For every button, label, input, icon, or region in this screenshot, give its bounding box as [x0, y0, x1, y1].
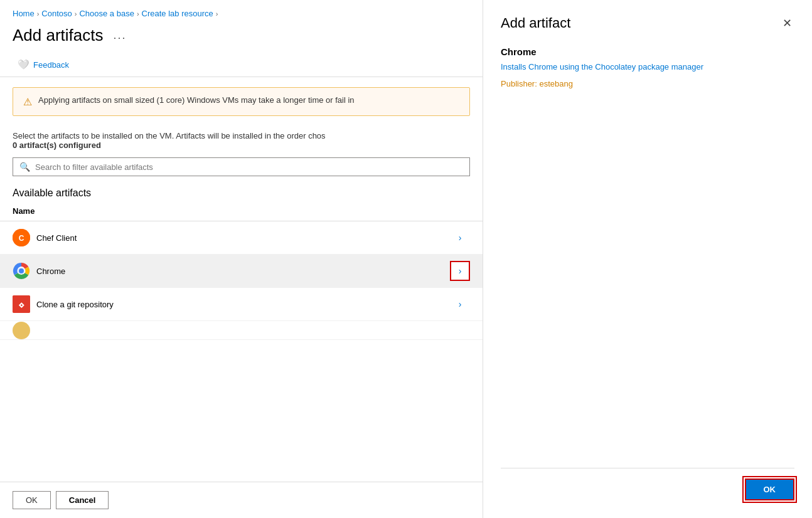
left-panel: Home › Contoso › Choose a base › Create …	[0, 0, 483, 518]
warning-banner: ⚠ Applying artifacts on small sized (1 c…	[13, 87, 470, 116]
chef-icon: C	[13, 229, 30, 246]
feedback-label: Feedback	[33, 60, 69, 70]
search-bar: 🔍	[13, 157, 470, 176]
left-footer: OK Cancel	[0, 482, 483, 518]
svg-point-5	[19, 268, 24, 273]
toolbar: 🤍 Feedback	[0, 53, 483, 77]
artifact-detail-desc: Installs Chrome using the Chocolatey pac…	[501, 62, 794, 71]
breadcrumb-contoso[interactable]: Contoso	[41, 9, 72, 18]
search-input[interactable]	[35, 162, 463, 172]
list-item[interactable]: Chrome ›	[0, 255, 483, 288]
table-header: Name	[0, 201, 483, 221]
publisher-prefix: Publisher:	[501, 79, 539, 88]
list-item[interactable]	[0, 321, 483, 340]
artifacts-count: 0 artifact(s) configured	[13, 140, 470, 150]
breadcrumb-create-lab[interactable]: Create lab resource	[142, 9, 213, 18]
right-header: Add artifact ✕	[501, 15, 794, 31]
publisher-name: estebang	[539, 79, 573, 88]
close-button[interactable]: ✕	[780, 15, 794, 31]
heart-icon: 🤍	[18, 59, 29, 70]
artifact-select-button[interactable]: ›	[450, 228, 470, 248]
chrome-artifact-select-button[interactable]: ›	[450, 261, 470, 281]
available-artifacts-heading: Available artifacts	[0, 181, 483, 201]
warning-text: Applying artifacts on small sized (1 cor…	[38, 95, 355, 105]
search-icon: 🔍	[19, 162, 30, 172]
breadcrumb-sep-4: ›	[216, 10, 218, 18]
cancel-button[interactable]: Cancel	[56, 491, 109, 509]
warning-icon: ⚠	[23, 96, 32, 108]
breadcrumb-sep-2: ›	[75, 10, 77, 18]
artifact-icon	[13, 322, 30, 339]
git-icon: ⋄	[13, 295, 30, 313]
artifacts-table: Name C Chef Client ›	[0, 201, 483, 482]
more-options-button[interactable]: ...	[110, 28, 131, 43]
svg-text:C: C	[19, 234, 24, 243]
artifact-name: Chef Client	[36, 233, 444, 243]
right-panel-title: Add artifact	[501, 15, 570, 31]
artifacts-info-text: Select the artifacts to be installed on …	[13, 131, 470, 140]
right-footer: OK	[501, 468, 794, 503]
artifacts-info: Select the artifacts to be installed on …	[0, 126, 483, 152]
right-ok-button[interactable]: OK	[745, 478, 795, 500]
artifact-detail-publisher: Publisher: estebang	[501, 79, 794, 88]
breadcrumb: Home › Contoso › Choose a base › Create …	[0, 0, 483, 23]
page-title: Add artifacts	[13, 26, 104, 45]
right-panel: Add artifact ✕ Chrome Installs Chrome us…	[483, 0, 812, 518]
breadcrumb-sep-3: ›	[137, 10, 139, 18]
page-header: Add artifacts ...	[0, 23, 483, 53]
list-item[interactable]: ⋄ Clone a git repository ›	[0, 288, 483, 321]
breadcrumb-home[interactable]: Home	[13, 9, 35, 18]
chrome-icon	[13, 262, 30, 280]
artifact-name: Chrome	[36, 267, 444, 276]
artifact-detail: Chrome Installs Chrome using the Chocola…	[501, 46, 794, 88]
breadcrumb-choose-base[interactable]: Choose a base	[79, 9, 134, 18]
artifact-detail-name: Chrome	[501, 46, 794, 57]
artifact-select-button[interactable]: ›	[450, 294, 470, 314]
ok-button[interactable]: OK	[13, 491, 51, 509]
artifact-name: Clone a git repository	[36, 300, 444, 309]
svg-text:⋄: ⋄	[18, 300, 24, 310]
list-item[interactable]: C Chef Client ›	[0, 221, 483, 255]
feedback-button[interactable]: 🤍 Feedback	[13, 56, 74, 73]
breadcrumb-sep-1: ›	[37, 10, 40, 18]
